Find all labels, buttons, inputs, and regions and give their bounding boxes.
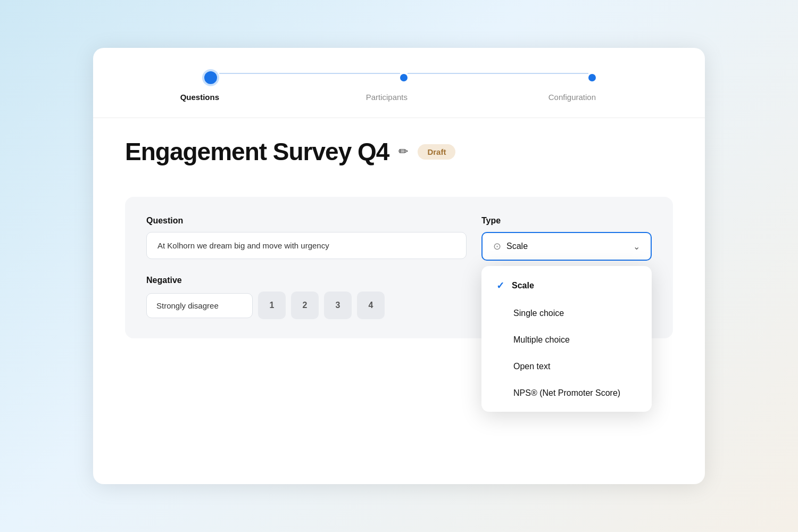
dropdown-label-scale: Scale — [512, 281, 534, 290]
dropdown-label-open-text: Open text — [513, 362, 550, 371]
step-dot-questions — [202, 69, 219, 86]
type-selected-label: Scale — [506, 242, 528, 251]
question-label: Question — [146, 216, 467, 226]
chevron-down-icon: ⌄ — [633, 242, 640, 252]
edit-icon[interactable]: ✏ — [398, 145, 408, 159]
form-card: Question Type ⊙ Scale ⌄ — [125, 197, 673, 338]
dropdown-item-open-text[interactable]: Open text — [481, 353, 652, 380]
scale-btn-1[interactable]: 1 — [258, 292, 286, 319]
title-row: Engagement Survey Q4 ✏ Draft — [93, 118, 705, 181]
question-field-group: Question — [146, 216, 467, 259]
survey-title: Engagement Survey Q4 — [125, 137, 389, 166]
step-dot-participants — [400, 74, 408, 81]
step-line-2 — [408, 73, 588, 74]
dropdown-item-single-choice[interactable]: Single choice — [481, 300, 652, 327]
type-dropdown-menu: ✓ Scale Single choice Multiple choice — [481, 266, 652, 412]
scale-btn-2[interactable]: 2 — [291, 292, 319, 319]
step-label-configuration: Configuration — [548, 93, 596, 102]
scale-btn-3[interactable]: 3 — [324, 292, 352, 319]
step-line-1 — [219, 73, 400, 74]
dropdown-label-single-choice: Single choice — [513, 309, 564, 318]
dropdown-item-scale[interactable]: ✓ Scale — [481, 271, 652, 300]
step-label-participants: Participants — [366, 93, 408, 102]
draft-badge: Draft — [418, 144, 455, 160]
form-area: Question Type ⊙ Scale ⌄ — [93, 181, 705, 360]
scale-btn-4[interactable]: 4 — [357, 292, 385, 319]
type-label: Type — [481, 216, 652, 226]
step-label-questions: Questions — [180, 93, 219, 102]
scale-type-icon: ⊙ — [493, 240, 501, 252]
form-row-1: Question Type ⊙ Scale ⌄ — [146, 216, 652, 261]
step-item-configuration[interactable] — [588, 74, 596, 81]
main-card: Questions Participants Configuration Eng… — [93, 48, 705, 484]
dropdown-label-multiple-choice: Multiple choice — [513, 335, 570, 345]
step-dot-configuration — [588, 74, 596, 81]
type-select-inner: ⊙ Scale — [493, 240, 528, 252]
dropdown-item-multiple-choice[interactable]: Multiple choice — [481, 327, 652, 353]
steps-header: Questions Participants Configuration — [93, 48, 705, 118]
type-select[interactable]: ⊙ Scale ⌄ — [481, 232, 652, 261]
dropdown-label-nps: NPS® (Net Promoter Score) — [513, 388, 620, 398]
question-input[interactable] — [146, 232, 467, 259]
step-item-participants[interactable] — [400, 74, 408, 81]
steps-track — [125, 69, 673, 86]
dropdown-item-nps[interactable]: NPS® (Net Promoter Score) — [481, 380, 652, 406]
check-icon: ✓ — [496, 280, 504, 292]
type-field-group: Type ⊙ Scale ⌄ ✓ Scale — [481, 216, 652, 261]
negative-input[interactable] — [146, 293, 253, 318]
step-item-questions[interactable] — [202, 69, 219, 86]
